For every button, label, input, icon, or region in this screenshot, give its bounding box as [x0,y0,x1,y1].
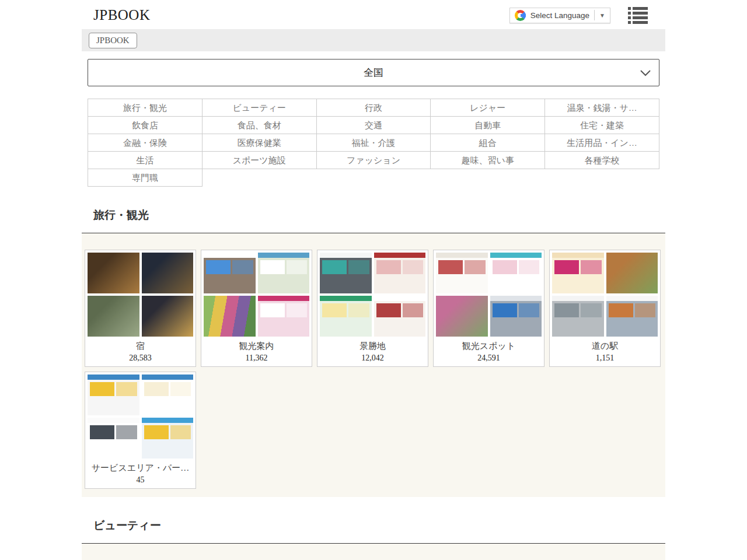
subcategory-card[interactable]: 観光案内11,362 [201,250,312,367]
site-thumbnail [258,296,310,337]
category-item[interactable]: 住宅・建築 [545,117,659,134]
category-item[interactable]: ビューティー [203,99,317,117]
site-thumbnail [142,253,194,293]
thumbnail-collage [552,253,658,337]
google-translate-widget[interactable]: Select Language ▼ [509,8,610,23]
category-item[interactable]: 福祉・介護 [317,134,431,152]
card-count: 12,042 [320,354,425,364]
region-select[interactable]: 全国 [88,59,659,86]
category-item[interactable]: 金融・保険 [88,134,203,152]
category-item[interactable]: 医療保健業 [203,134,317,152]
site-thumbnail [204,296,256,337]
card-count: 28,583 [88,354,193,364]
breadcrumb: JPBOOK [82,29,665,51]
translate-dropdown-arrow-icon: ▼ [599,12,605,19]
category-item[interactable]: 食品、食材 [203,117,317,134]
chevron-down-icon [640,70,651,76]
card-count: 24,591 [436,354,542,364]
site-thumbnail [88,374,139,415]
site-thumbnail [436,253,488,293]
category-item[interactable]: 趣味、習い事 [431,152,545,169]
card-grid [82,544,665,560]
site-thumbnail [88,418,139,459]
category-item[interactable]: 旅行・観光 [88,99,203,117]
card-title: 観光スポット [436,341,542,352]
site-thumbnail [142,296,194,337]
card-count: 11,362 [204,354,309,364]
category-grid: 旅行・観光ビューティー行政レジャー温泉・銭湯・サ…飲食店食品、食材交通自動車住宅… [88,99,659,187]
site-thumbnail [204,253,256,293]
thumbnail-collage [88,374,193,459]
card-title: 道の駅 [552,341,658,352]
site-header: JPBOOK Select Language ▼ [82,0,665,29]
thumbnail-collage [204,253,309,337]
category-item[interactable]: 温泉・銭湯・サ… [545,99,659,117]
translate-label: Select Language [530,11,589,20]
card-count: 1,151 [552,354,658,364]
site-thumbnail [490,296,542,337]
card-title: サービスエリア・パー… [88,463,193,474]
site-thumbnail [606,253,658,293]
site-title: JPBOOK [93,7,150,23]
site-thumbnail [490,253,542,293]
site-thumbnail [142,418,194,459]
thumbnail-collage [436,253,542,337]
category-item[interactable]: 生活 [88,152,203,169]
category-sections: 旅行・観光宿28,583観光案内11,362景勝地12,042観光スポット24,… [82,208,665,560]
site-thumbnail [606,296,658,337]
site-thumbnail [552,253,604,293]
card-count: 45 [88,475,193,486]
category-item[interactable]: 生活用品・イン… [545,134,659,152]
site-thumbnail [374,296,426,337]
category-item[interactable]: 専門職 [88,169,203,187]
site-thumbnail [320,296,372,337]
category-item[interactable]: 行政 [317,99,431,117]
category-item[interactable]: 自動車 [431,117,545,134]
category-item[interactable]: スポーツ施設 [203,152,317,169]
card-grid: 宿28,583観光案内11,362景勝地12,042観光スポット24,591道の… [82,233,665,497]
subcategory-card[interactable]: 景勝地12,042 [317,250,428,367]
category-item[interactable]: 飲食店 [88,117,203,134]
subcategory-card[interactable]: 道の駅1,151 [549,250,661,367]
region-select-value: 全国 [364,66,383,79]
card-title: 景勝地 [320,341,425,352]
site-thumbnail [374,253,426,293]
site-thumbnail [436,296,488,337]
translate-separator [594,10,595,20]
subcategory-card[interactable]: 観光スポット24,591 [433,250,544,367]
site-thumbnail [88,296,139,337]
google-logo-icon [515,10,526,21]
category-item[interactable]: 組合 [431,134,545,152]
site-thumbnail [88,253,139,293]
category-item[interactable]: ファッション [317,152,431,169]
thumbnail-collage [88,253,193,337]
category-item[interactable]: 各種学校 [545,152,659,169]
subcategory-card[interactable]: サービスエリア・パー…45 [85,372,196,489]
card-title: 宿 [88,341,193,352]
site-thumbnail [258,253,310,293]
section-title: ビューティー [93,518,665,533]
subcategory-card[interactable]: 宿28,583 [85,250,196,367]
category-item[interactable]: レジャー [431,99,545,117]
list-menu-icon[interactable] [628,7,648,24]
section-title: 旅行・観光 [93,208,665,223]
site-thumbnail [142,374,194,415]
page-container: JPBOOK Select Language ▼ JPBOOK 全国 [82,0,665,560]
thumbnail-collage [320,253,425,337]
site-thumbnail [320,253,372,293]
category-item[interactable]: 交通 [317,117,431,134]
breadcrumb-home-button[interactable]: JPBOOK [89,33,137,48]
site-thumbnail [552,296,604,337]
card-title: 観光案内 [204,341,309,352]
